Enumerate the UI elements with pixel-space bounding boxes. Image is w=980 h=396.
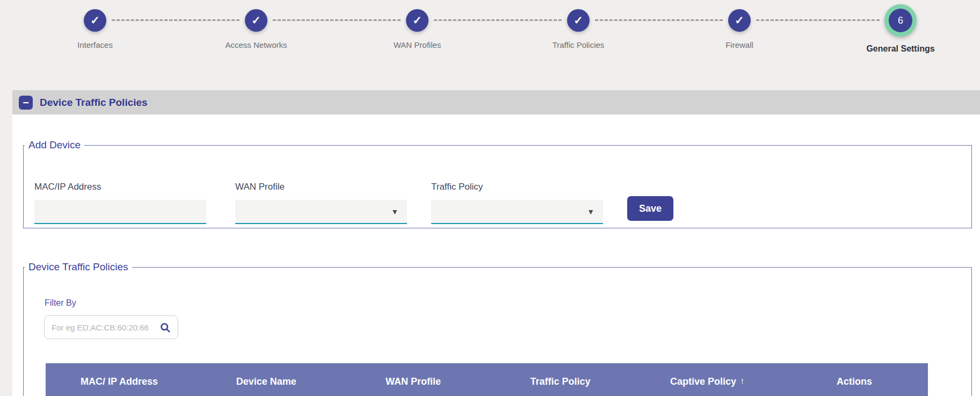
column-label: MAC/ IP Address [81, 376, 158, 387]
column-header-wan-profile[interactable]: WAN Profile [340, 363, 487, 396]
device-policies-table: MAC/ IP Address Device Name WAN Profile … [46, 363, 928, 396]
active-step-ring: 6 [884, 4, 917, 37]
step-circle[interactable]: ✓ [84, 4, 106, 37]
check-icon: ✓ [90, 14, 100, 27]
column-label: Traffic Policy [530, 376, 590, 387]
step-circle[interactable]: 6 [884, 4, 917, 37]
step-wan-profiles[interactable]: ✓ WAN Profiles [337, 4, 498, 54]
wan-profile-label: WAN Profile [235, 182, 285, 192]
column-header-mac-ip-address[interactable]: MAC/ IP Address [46, 363, 193, 396]
column-label: Captive Policy [670, 376, 736, 387]
section-title: Device Traffic Policies [40, 97, 148, 109]
step-firewall[interactable]: ✓ Firewall [659, 4, 820, 54]
step-traffic-policies[interactable]: ✓ Traffic Policies [498, 4, 659, 54]
minus-icon: − [23, 97, 29, 109]
step-label: WAN Profiles [394, 40, 441, 49]
wizard-stepper: ✓ Interfaces ✓ Access Networks ✓ WAN Pro… [14, 4, 980, 54]
check-icon: ✓ [251, 14, 261, 27]
mac-ip-label: MAC/IP Address [34, 182, 101, 192]
chevron-down-icon: ▼ [587, 207, 594, 215]
step-label: Interfaces [77, 40, 113, 49]
column-header-actions[interactable]: Actions [781, 363, 928, 396]
step-circle[interactable]: ✓ [728, 4, 751, 37]
check-icon: ✓ [735, 14, 744, 27]
check-icon: ✓ [412, 14, 422, 27]
column-header-traffic-policy[interactable]: Traffic Policy [487, 363, 634, 396]
device-traffic-policies-group: Device Traffic Policies Filter By MAC/ I… [23, 261, 972, 396]
mac-ip-input[interactable] [34, 200, 206, 224]
column-label: Device Name [236, 376, 296, 387]
step-number: 6 [898, 15, 903, 26]
collapse-section-button[interactable]: − [19, 96, 33, 110]
save-button[interactable]: Save [627, 196, 673, 221]
step-interfaces[interactable]: ✓ Interfaces [14, 4, 176, 54]
step-general-settings[interactable]: 6 General Settings [820, 4, 980, 54]
step-circle[interactable]: ✓ [406, 4, 429, 37]
section-header-bar: − Device Traffic Policies [12, 90, 980, 114]
chevron-down-icon: ▼ [391, 207, 398, 215]
sort-ascending-icon: ↑ [740, 376, 745, 387]
column-label: Actions [837, 376, 872, 387]
search-button[interactable] [159, 322, 171, 333]
traffic-policy-select[interactable]: ▼ [431, 200, 603, 224]
traffic-policy-label: Traffic Policy [431, 182, 483, 192]
wizard-page: ✓ Interfaces ✓ Access Networks ✓ WAN Pro… [0, 0, 980, 396]
filter-by-label: Filter By [45, 298, 76, 308]
check-icon: ✓ [574, 14, 583, 27]
device-traffic-policies-legend: Device Traffic Policies [25, 261, 132, 273]
add-device-legend: Add Device [25, 139, 84, 151]
column-header-device-name[interactable]: Device Name [193, 363, 340, 396]
wan-profile-select[interactable]: ▼ [235, 200, 407, 224]
search-icon [159, 322, 171, 333]
step-label: Access Networks [225, 40, 287, 49]
step-access-networks[interactable]: ✓ Access Networks [176, 4, 337, 54]
column-label: WAN Profile [386, 376, 441, 387]
step-circle[interactable]: ✓ [245, 4, 267, 37]
filter-search-box[interactable] [44, 315, 178, 339]
column-header-captive-policy[interactable]: Captive Policy ↑ [634, 363, 781, 396]
step-label: Traffic Policies [553, 40, 605, 49]
table-header-row: MAC/ IP Address Device Name WAN Profile … [46, 363, 928, 396]
step-label: Firewall [725, 40, 753, 49]
step-circle[interactable]: ✓ [567, 4, 590, 37]
filter-search-input[interactable] [52, 323, 159, 332]
step-label: General Settings [866, 44, 934, 54]
add-device-group: Add Device MAC/IP Address WAN Profile ▼ … [23, 139, 972, 228]
